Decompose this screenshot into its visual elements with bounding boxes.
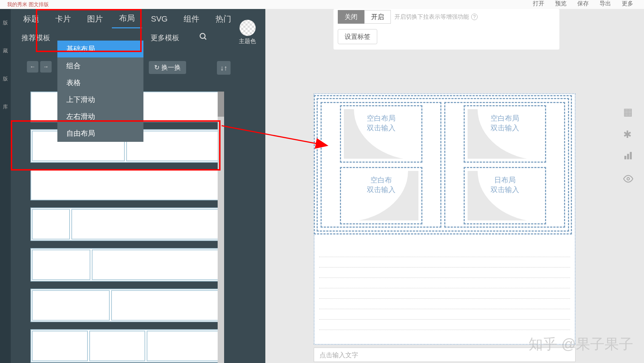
svg-rect-2 [624, 156, 626, 159]
menu-more[interactable]: 更多 [622, 0, 633, 8]
layout-box[interactable]: 空白布局 双击输入 [340, 105, 422, 163]
rail-item-4[interactable]: 库 [3, 104, 8, 110]
box-title: 空白布局 [367, 113, 396, 123]
svg-point-0 [200, 33, 205, 38]
template-col [111, 290, 219, 321]
grid-icon[interactable]: ▦ [623, 106, 633, 118]
box-title: 空白布 [370, 175, 392, 185]
layout-column-left[interactable]: 空白布局 双击输入 空白布 双击输入 [321, 102, 441, 228]
right-tool-rail: ▦ ✱ [623, 106, 633, 186]
template-col [89, 331, 145, 361]
subtab-more[interactable]: 更多模板 [145, 30, 185, 46]
toggle-open[interactable]: 开启 [364, 10, 391, 24]
tab-layout[interactable]: 布局 [112, 9, 142, 28]
eye-icon[interactable] [623, 174, 633, 186]
box-hint: 双击输入 [367, 123, 396, 133]
template-col [71, 209, 219, 239]
watermark: 知乎 @果子果子 [529, 334, 633, 354]
svg-rect-3 [627, 154, 629, 159]
toggle-hint: 开启切换下拉表示等增强功能 [394, 13, 469, 21]
canvas[interactable]: 空白布局 双击输入 空白布 双击输入 空白布局 双击输入 [314, 95, 572, 234]
dropdown-combo[interactable]: 组合 [57, 57, 143, 74]
theme-label: 主题色 [239, 38, 256, 44]
template-1-2[interactable] [30, 208, 221, 241]
tab-hot[interactable]: 热门 [208, 10, 238, 28]
settings-panel: 关闭 开启 开启切换下拉表示等增强功能 ? 设置标签 [333, 9, 559, 50]
box-title: 空白布局 [491, 113, 519, 123]
template-panel: 标题 卡片 图片 布局 SVG 组件 热门 推荐模板 更多模板 主题色 ← → … [11, 9, 265, 363]
dropdown-hscroll[interactable]: 左右滑动 [57, 108, 143, 125]
text-ruled-area[interactable] [319, 257, 570, 340]
svg-rect-4 [630, 152, 631, 159]
svg-line-1 [204, 38, 206, 39]
layout-column-right[interactable]: 空白布局 双击输入 日布局 双击输入 [444, 102, 565, 228]
svg-point-5 [627, 178, 630, 180]
template-col [32, 290, 110, 321]
tab-svg[interactable]: SVG [144, 11, 175, 27]
template-1col[interactable] [30, 170, 221, 200]
nav-forward-button[interactable]: → [40, 61, 52, 73]
tab-title[interactable]: 标题 [16, 10, 46, 28]
layout-box[interactable]: 空白布 双击输入 [340, 167, 422, 224]
top-left-text: 我的秀米 图文排版 [7, 1, 49, 8]
dropdown-table[interactable]: 表格 [57, 74, 143, 91]
refresh-button[interactable]: ↻ 换一换 [149, 61, 186, 74]
set-tag-button[interactable]: 设置标签 [338, 29, 377, 44]
asterisk-icon[interactable]: ✱ [623, 129, 633, 140]
box-hint: 双击输入 [367, 185, 396, 195]
rail-item-3[interactable]: 版 [3, 76, 8, 82]
layout-box[interactable]: 空白布局 双击输入 [464, 105, 546, 163]
box-title: 日布局 [494, 175, 516, 185]
template-1-2[interactable] [30, 248, 221, 281]
dropdown-free[interactable]: 自由布局 [57, 125, 143, 142]
template-1-1[interactable] [30, 289, 221, 322]
toggle-close[interactable]: 关闭 [338, 10, 364, 24]
layout-box[interactable]: 日布局 双击输入 [464, 167, 546, 224]
template-col [32, 250, 90, 280]
menu-export[interactable]: 导出 [600, 0, 611, 8]
box-hint: 双击输入 [491, 123, 519, 133]
template-col [32, 209, 70, 239]
scrollbar-thumb[interactable] [218, 92, 224, 117]
template-col [32, 331, 88, 361]
rail-item-1[interactable]: 版 [3, 20, 8, 26]
template-col [147, 331, 219, 361]
template-3col[interactable] [30, 329, 221, 363]
theme-color[interactable]: 主题色 [235, 20, 260, 45]
search-icon[interactable] [199, 32, 208, 43]
menu-preview[interactable]: 预览 [555, 0, 567, 8]
layout-dropdown: 基础布局 组合 表格 上下滑动 左右滑动 自由布局 [57, 41, 143, 142]
template-col [92, 250, 219, 280]
nav-back-button[interactable]: ← [27, 61, 38, 73]
theme-circle-icon [240, 20, 256, 36]
sort-button[interactable]: ↓↑ [217, 61, 231, 75]
scrollbar[interactable] [218, 92, 224, 363]
menu-save[interactable]: 保存 [577, 0, 589, 8]
info-icon[interactable]: ? [471, 14, 478, 20]
tab-image[interactable]: 图片 [80, 10, 110, 28]
subtab-recommend[interactable]: 推荐模板 [16, 30, 56, 46]
tab-component[interactable]: 组件 [176, 10, 207, 28]
box-hint: 双击输入 [491, 185, 519, 195]
dropdown-vscroll[interactable]: 上下滑动 [57, 91, 143, 108]
dropdown-basic-layout[interactable]: 基础布局 [57, 41, 143, 57]
menu-open[interactable]: 打开 [533, 0, 544, 8]
canvas-area: 关闭 开启 开启切换下拉表示等增强功能 ? 设置标签 空白布局 双击输入 空白布 [265, 9, 644, 363]
chart-icon[interactable] [623, 151, 633, 163]
rail-item-2[interactable]: 藏 [3, 48, 8, 54]
tab-card[interactable]: 卡片 [48, 10, 78, 28]
left-rail: 版 藏 版 库 [0, 9, 11, 363]
